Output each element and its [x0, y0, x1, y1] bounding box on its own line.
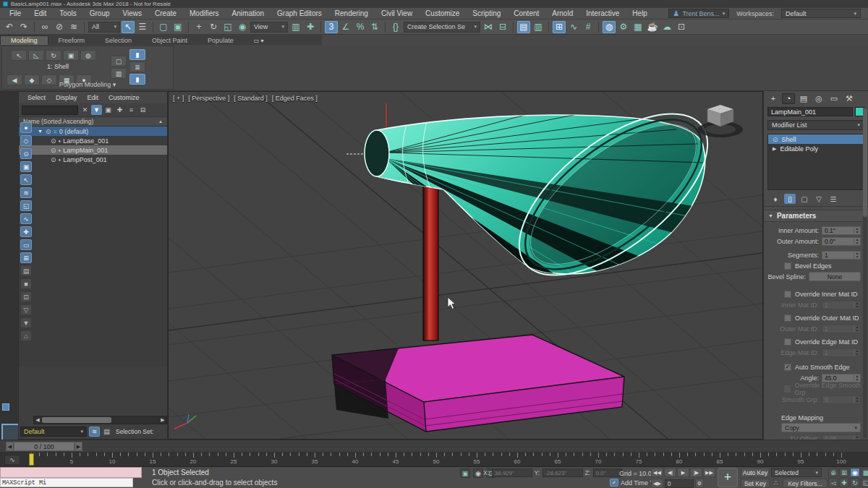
select-and-move-icon[interactable]: + [192, 21, 205, 33]
explorer-options-button[interactable]: ▤ [101, 427, 112, 437]
sort-descending-icon[interactable]: ▼ [20, 317, 32, 328]
sort-mode-icon[interactable]: ▤ [20, 265, 32, 276]
search-input[interactable] [22, 106, 78, 115]
segments-spinner[interactable]: 1▲▼ [822, 251, 861, 260]
menu-animation[interactable]: Animation [226, 9, 271, 17]
render-production-icon[interactable]: ☕ [646, 21, 659, 33]
pm-toggle-a-button[interactable]: ▢ [111, 56, 127, 67]
key-mode-dropdown[interactable]: Selected ▾ [771, 468, 822, 477]
display-shapes-icon[interactable]: ◇ [20, 135, 32, 146]
display-bones-icon[interactable]: ✚ [20, 226, 32, 237]
snaps-toggle-icon[interactable]: 3 [325, 21, 338, 33]
signin-dropdown[interactable]: ♟ Trent Bens... ▾ [668, 9, 729, 18]
named-selection-sets-dropdown[interactable]: Create Selection Se▾ [404, 22, 480, 33]
track-bar[interactable]: ∿ 05101520253035404550556065707580859095… [0, 453, 868, 467]
visibility-eye-icon[interactable]: ⊙ [46, 128, 51, 135]
menu-customize[interactable]: Customize [419, 9, 466, 17]
use-pivot-point-icon[interactable]: ▥ [289, 21, 302, 33]
scroll-right-icon[interactable]: ▶ [159, 417, 166, 423]
tab-hierarchy[interactable]: ▤ [797, 93, 810, 104]
explorer-row-lamppost-001[interactable]: ⊙●LampPost_001 [19, 155, 167, 164]
viewport-label-2[interactable]: [ Standard ] [234, 95, 268, 102]
menu-file[interactable]: File [3, 9, 27, 17]
explorer-row-lampbase-001[interactable]: ⊙●LampBase_001 [19, 136, 167, 145]
zoom-all-icon[interactable]: ⊞ [839, 468, 849, 477]
display-cameras-icon[interactable]: ▣ [20, 161, 32, 172]
mirror-icon[interactable]: ⋈ [482, 21, 495, 33]
sync-selection-icon[interactable]: ≡ [126, 105, 137, 115]
remove-modifier-button[interactable]: ▽ [813, 194, 825, 204]
workspaces-dropdown[interactable]: Default ▾ [781, 9, 861, 18]
edge-mapping-dropdown[interactable]: Copy ▾ [781, 423, 861, 432]
go-to-start-button[interactable]: ◀◀ [651, 468, 663, 477]
override-outer-checkbox[interactable] [784, 314, 791, 322]
preset-dropdown[interactable]: Default ▾ [20, 427, 87, 437]
selection-lock-icon[interactable]: ◉ [473, 468, 483, 478]
explorer-row-0-default[interactable]: ▼⊙≡0 (default) [19, 127, 167, 136]
polygon-modeling-title[interactable]: Polygon Modeling ▾ [2, 81, 173, 88]
ribbon-tab-populate[interactable]: Populate [197, 36, 244, 45]
visibility-eye-icon[interactable]: ⊙ [51, 156, 56, 163]
visibility-eye-icon[interactable]: ⊙ [51, 147, 56, 154]
curve-editor-icon[interactable]: ∿ [567, 21, 580, 33]
stack-item-editable-poly[interactable]: ▶Editable Poly [768, 144, 864, 153]
set-key-button[interactable]: Set Key [741, 479, 770, 488]
set-keys-button[interactable]: + [718, 468, 738, 487]
material-editor-icon[interactable]: ◍ [603, 21, 616, 33]
view-cube[interactable] [692, 99, 749, 150]
open-autodesk-app-icon[interactable]: ⊡ [675, 21, 688, 33]
display-containers-icon[interactable]: ▭ [20, 239, 32, 250]
tab-display[interactable]: ▭ [827, 93, 841, 104]
ribbon-tab-modeling[interactable]: Modeling [0, 35, 48, 45]
time-slider-frame-display[interactable]: 0 / 100 [14, 442, 75, 451]
toggle-ribbon-icon[interactable]: ⊞ [553, 21, 566, 33]
pick-object-icon[interactable]: ✚ [114, 105, 125, 115]
display-xrefs-icon[interactable]: ∿ [20, 213, 32, 224]
schematic-view-icon[interactable]: # [582, 21, 595, 33]
menu-edit[interactable]: Edit [27, 9, 53, 17]
rectangular-selection-region-icon[interactable]: ▢ [157, 21, 170, 33]
tab-motion[interactable]: ◎ [812, 93, 825, 104]
override-edge-checkbox[interactable] [784, 338, 791, 346]
previous-frame-button[interactable]: ◀| [664, 468, 676, 477]
menu-help[interactable]: Help [626, 9, 654, 17]
y-field[interactable]: -28.623" [542, 468, 583, 477]
spinner-arrows-icon[interactable]: ▲▼ [854, 238, 860, 245]
override-inner-checkbox[interactable] [784, 291, 791, 298]
toggle-scene-explorer-icon[interactable]: ▤ [517, 21, 530, 33]
display-helpers-icon[interactable]: ↖ [20, 174, 32, 185]
display-materials-icon[interactable]: ⊞ [20, 252, 32, 263]
next-frame-button[interactable]: |▶ [690, 468, 702, 477]
pan-icon[interactable]: ✚ [839, 478, 849, 487]
zoom-icon[interactable]: ⊕ [828, 468, 838, 477]
outer-amount-spinner[interactable]: 0.0"▲▼ [822, 237, 861, 246]
display-spacewarps-icon[interactable]: ≋ [20, 187, 32, 198]
expand-icon[interactable]: ▼ [38, 129, 43, 134]
select-by-name-icon[interactable]: ☰ [136, 21, 149, 33]
menu-views[interactable]: Views [116, 9, 149, 17]
spinner-arrows-icon[interactable]: ▲▼ [854, 252, 860, 259]
menu-graph-editors[interactable]: Graph Editors [271, 9, 328, 17]
menu-create[interactable]: Create [148, 9, 183, 17]
spinner-snap-icon[interactable]: ⇅ [368, 21, 381, 33]
menu-interactive[interactable]: Interactive [579, 9, 626, 17]
filter-icon[interactable]: ▼ [91, 105, 102, 115]
render-in-cloud-icon[interactable]: ☁ [660, 21, 673, 33]
column-options-icon[interactable]: ⊟ [137, 105, 148, 115]
z-field[interactable]: 0.0" [593, 468, 622, 477]
key-paw-icon[interactable]: ∴ [771, 479, 781, 487]
render-setup-icon[interactable]: ⚙ [617, 21, 630, 33]
scrollbar-thumb[interactable] [42, 417, 111, 423]
pm-toggle-b-button[interactable]: ▥ [111, 68, 127, 79]
menu-tools[interactable]: Tools [53, 9, 82, 17]
tab-modify[interactable]: ◔ [782, 93, 795, 104]
pm-side-2-button[interactable]: ≣ [129, 61, 145, 72]
unlink-selection-icon[interactable]: ⊘ [53, 21, 66, 33]
horizontal-scrollbar[interactable]: ◀ ▶ [33, 416, 167, 424]
pin-stack-button[interactable]: ♦ [770, 194, 781, 204]
select-and-scale-icon[interactable]: ◱ [221, 21, 234, 33]
select-and-place-icon[interactable]: ◉ [236, 21, 249, 33]
clear-search-icon[interactable]: ✕ [80, 105, 90, 115]
object-name-field[interactable]: LampMain_001 [767, 107, 853, 116]
menu-rendering[interactable]: Rendering [328, 9, 375, 17]
